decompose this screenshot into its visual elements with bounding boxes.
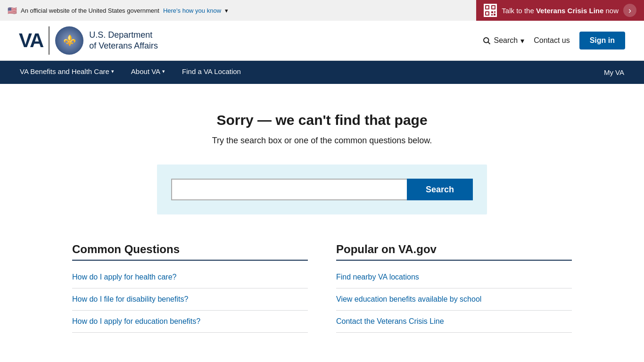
popular-list: Find nearby VA locations View education …	[336, 266, 572, 333]
nav-about[interactable]: About VA ▾	[123, 61, 173, 84]
official-text: An official website of the United States…	[21, 7, 159, 14]
popular-col: Popular on VA.gov Find nearby VA locatio…	[336, 243, 572, 333]
crisis-text: Talk to the Veterans Crisis Line now	[502, 7, 619, 15]
common-questions-col: Common Questions How do I apply for heal…	[72, 243, 308, 333]
svg-rect-9	[491, 14, 493, 16]
nav-find[interactable]: Find a VA Location	[173, 61, 249, 84]
svg-rect-4	[492, 6, 495, 8]
header-actions: Search ▾ Contact us Sign in	[482, 32, 625, 49]
error-title: Sorry — we can't find that page	[49, 112, 595, 128]
question-link-2[interactable]: How do I file for disability benefits?	[72, 295, 188, 303]
nav-benefits[interactable]: VA Benefits and Health Care ▾	[11, 61, 123, 84]
crisis-arrow: ›	[623, 4, 636, 17]
svg-rect-7	[491, 11, 493, 13]
svg-rect-8	[494, 11, 495, 13]
va-seal: ⚜️	[55, 26, 83, 55]
nav-left: VA Benefits and Health Care ▾ About VA ▾…	[11, 61, 249, 84]
search-button[interactable]: Search ▾	[482, 36, 524, 45]
search-icon	[482, 36, 491, 45]
svg-point-11	[484, 38, 489, 43]
list-item: How do I apply for education benefits?	[72, 311, 308, 333]
how-you-know-link[interactable]: Here's how you know	[163, 7, 221, 14]
gov-banner: 🇺🇸 An official website of the United Sta…	[0, 0, 476, 21]
us-flag: 🇺🇸	[8, 6, 17, 15]
popular-link-2[interactable]: View education benefits available by sch…	[336, 295, 481, 303]
nav-myva[interactable]: My VA	[595, 61, 633, 84]
popular-link-1[interactable]: Find nearby VA locations	[336, 273, 419, 281]
about-chevron: ▾	[162, 68, 165, 74]
qr-icon	[484, 4, 497, 17]
question-link-1[interactable]: How do I apply for health care?	[72, 273, 176, 281]
svg-rect-6	[486, 12, 488, 15]
signin-button[interactable]: Sign in	[579, 32, 625, 49]
svg-rect-10	[494, 14, 495, 16]
list-item: View education benefits available by sch…	[336, 288, 572, 311]
logo-divider	[49, 26, 50, 55]
error-subtitle: Try the search box or one of the common …	[49, 136, 595, 146]
logo-area: VA ⚜️ U.S. Department of Veterans Affair…	[19, 26, 158, 55]
search-box-container: Search	[157, 165, 487, 214]
site-header: VA ⚜️ U.S. Department of Veterans Affair…	[0, 21, 644, 61]
search-submit-button[interactable]: Search	[407, 179, 473, 200]
popular-title: Popular on VA.gov	[336, 243, 572, 261]
va-logo: VA	[19, 31, 43, 50]
search-chevron: ▾	[520, 36, 524, 45]
crisis-banner[interactable]: Talk to the Veterans Crisis Line now ›	[476, 0, 644, 21]
dept-name: U.S. Department	[89, 30, 158, 41]
list-item: How do I file for disability benefits?	[72, 288, 308, 311]
dropdown-chevron: ▾	[225, 7, 228, 14]
search-input[interactable]	[171, 179, 407, 200]
logo-text: U.S. Department of Veterans Affairs	[89, 30, 158, 52]
svg-line-12	[488, 42, 490, 44]
common-questions-list: How do I apply for health care? How do I…	[72, 266, 308, 333]
list-item: Contact the Veterans Crisis Line	[336, 311, 572, 333]
affairs-name: of Veterans Affairs	[89, 41, 158, 51]
common-questions-title: Common Questions	[72, 243, 308, 261]
contact-link[interactable]: Contact us	[534, 36, 570, 45]
benefits-chevron: ▾	[111, 68, 114, 74]
list-item: Find nearby VA locations	[336, 266, 572, 288]
question-link-3[interactable]: How do I apply for education benefits?	[72, 317, 200, 325]
svg-rect-2	[486, 6, 488, 8]
main-nav: VA Benefits and Health Care ▾ About VA ▾…	[0, 61, 644, 84]
popular-link-3[interactable]: Contact the Veterans Crisis Line	[336, 317, 444, 325]
questions-section: Common Questions How do I apply for heal…	[63, 243, 581, 333]
list-item: How do I apply for health care?	[72, 266, 308, 288]
main-content: Sorry — we can't find that page Try the …	[39, 84, 605, 362]
search-row: Search	[171, 179, 473, 200]
